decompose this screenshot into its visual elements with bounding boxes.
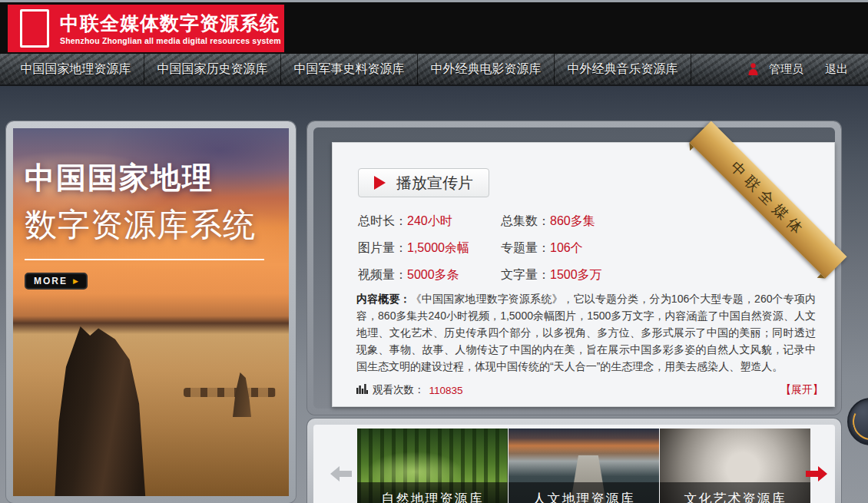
logo-title: 中联全媒体数字资源系统 xyxy=(60,12,281,35)
views-label: 观看次数： xyxy=(373,383,425,397)
nav-item-history-library[interactable]: 中国国家历史资源库 xyxy=(144,54,281,84)
carousel-caption: 文化艺术资源库 xyxy=(660,482,810,503)
expand-link[interactable]: 【展开】 xyxy=(780,383,823,397)
nav-user-area: 管理员 退出 xyxy=(748,54,848,84)
carousel-caption: 自然地理资源库 xyxy=(357,482,508,503)
carousel-next-button[interactable] xyxy=(806,466,827,485)
hero-divider-rule xyxy=(25,259,264,260)
hero-poster[interactable]: 中国国家地理 数字资源库系统 MORE ▶ xyxy=(13,128,289,496)
small-rock-art xyxy=(233,372,251,417)
book-logo-icon xyxy=(20,9,49,48)
admin-link[interactable]: 管理员 xyxy=(769,62,803,77)
nav-item-military-library[interactable]: 中国军事史料资源库 xyxy=(281,54,418,84)
nav-item-film-library[interactable]: 中外经典电影资源库 xyxy=(418,54,555,84)
logout-link[interactable]: 退出 xyxy=(825,62,848,77)
stat-image-count: 图片量：1,5000余幅 xyxy=(358,240,501,256)
stat-text-count: 文字量：1500多万 xyxy=(501,267,602,283)
user-icon xyxy=(748,63,758,75)
logo-text: 中联全媒体数字资源系统 Shenzhou Zhonglian all media… xyxy=(60,12,281,45)
play-icon xyxy=(374,176,386,190)
hero-panel: 中国国家地理 数字资源库系统 MORE ▶ xyxy=(6,121,296,503)
hero-title-line1: 中国国家地理 xyxy=(25,157,264,199)
pinnacle-rock-art xyxy=(47,326,167,496)
carousel-prev-button[interactable] xyxy=(330,466,352,485)
nav-item-music-library[interactable]: 中外经典音乐资源库 xyxy=(555,54,691,84)
views-count: 110835 xyxy=(429,385,463,396)
distant-rocks-art xyxy=(184,388,276,397)
summary-label: 内容概要： xyxy=(356,293,411,305)
hero-title-line2: 数字资源库系统 xyxy=(25,204,264,247)
stat-video-count: 视频量：5000多条 xyxy=(358,267,501,283)
content-summary: 内容概要：《中国国家地理数字资源系统》，它以专题分类，分为106个大型专题，26… xyxy=(356,290,816,375)
main-nav: 中国国家地理资源库 中国国家历史资源库 中国军事史料资源库 中外经典电影资源库 … xyxy=(0,54,868,86)
carousel-panel: 自然地理资源库 人文地理资源库 文化艺术资源库 xyxy=(307,419,841,503)
info-panel: 播放宣传片 总时长：240小时 总集数：860多集 图片量：1,5000余幅 专… xyxy=(307,121,841,415)
summary-text: 《中国国家地理数字资源系统》，它以专题分类，分为106个大型专题，260个专项内… xyxy=(356,293,816,372)
stat-topic-count: 专题量：106个 xyxy=(501,240,602,256)
logo[interactable]: 中联全媒体数字资源系统 Shenzhou Zhonglian all media… xyxy=(8,5,284,52)
stat-total-episodes: 总集数：860多集 xyxy=(501,213,602,230)
more-arrow-icon: ▶ xyxy=(73,277,78,285)
carousel-inner: 自然地理资源库 人文地理资源库 文化艺术资源库 xyxy=(313,425,835,503)
more-button-label: MORE xyxy=(34,276,68,286)
carousel-item-culture-art[interactable]: 文化艺术资源库 xyxy=(660,429,810,503)
carousel-caption: 人文地理资源库 xyxy=(509,482,659,503)
play-button-label: 播放宣传片 xyxy=(396,173,473,194)
stats-grid: 总时长：240小时 总集数：860多集 图片量：1,5000余幅 专题量：106… xyxy=(358,213,602,283)
hero-text-block: 中国国家地理 数字资源库系统 MORE ▶ xyxy=(25,157,264,290)
carousel-item-human-geography[interactable]: 人文地理资源库 xyxy=(509,429,659,503)
nav-item-geography-library[interactable]: 中国国家地理资源库 xyxy=(8,54,144,84)
more-button[interactable]: MORE ▶ xyxy=(25,273,88,290)
carousel-item-natural-geography[interactable]: 自然地理资源库 xyxy=(357,429,508,503)
views-row: 观看次数： 110835 xyxy=(356,383,463,397)
top-header-bar: 中联全媒体数字资源系统 Shenzhou Zhonglian all media… xyxy=(0,2,868,54)
play-promo-button[interactable]: 播放宣传片 xyxy=(358,168,489,197)
carousel-tiles: 自然地理资源库 人文地理资源库 文化艺术资源库 xyxy=(357,429,810,503)
logo-subtitle: Shenzhou Zhonglian all media digital res… xyxy=(60,36,281,45)
stat-total-duration: 总时长：240小时 xyxy=(358,213,501,230)
bar-chart-icon xyxy=(356,384,368,396)
